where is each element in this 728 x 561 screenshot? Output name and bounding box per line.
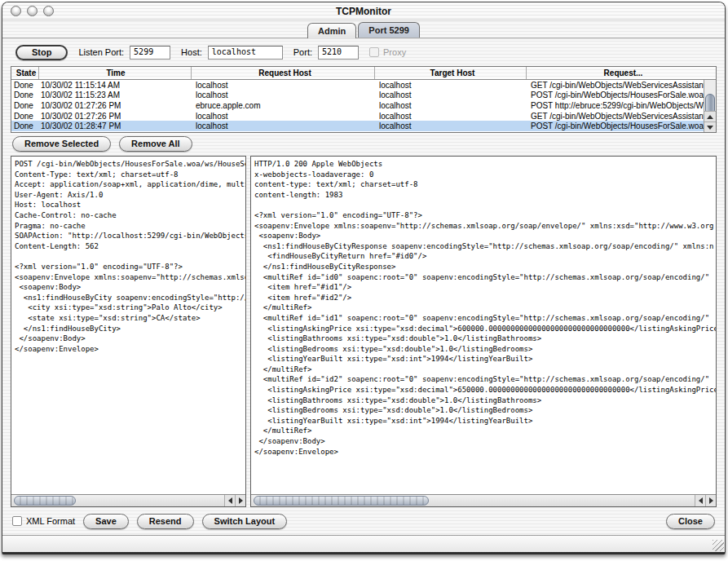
host-input[interactable]: localhost [208,46,283,60]
cell-request: GET /cgi-bin/WebObjects/WebServicesAssis… [527,112,704,121]
scroll-right-button[interactable] [235,495,245,506]
scroll-left-button[interactable] [224,495,235,506]
table-row[interactable]: Done 10/30/02 11:15:14 AM localhost loca… [11,80,704,91]
cell-time: 10/30/02 11:15:14 AM [39,81,192,90]
tcpmonitor-window: TCPMonitor Admin Port 5299 Stop Listen P… [2,2,726,554]
cell-state: Done [11,112,39,121]
scroll-left-button[interactable] [695,495,705,506]
cell-target-host: localhost [375,81,527,90]
host-label: Host: [181,47,202,57]
request-content: POST /cgi-bin/WebObjects/HousesForSale.w… [15,159,244,354]
stop-button[interactable]: Stop [15,45,68,60]
arrow-up-icon [707,115,713,119]
cell-time: 10/30/02 01:28:47 PM [39,121,192,130]
remove-all-button[interactable]: Remove All [119,136,192,152]
table-row[interactable]: Done 10/30/02 11:15:23 AM localhost loca… [11,91,704,101]
arrow-down-icon [707,126,713,130]
tab-bar: Admin Port 5299 [2,20,725,39]
cell-request-host: localhost [192,91,375,99]
remove-selected-button[interactable]: Remove Selected [12,136,111,152]
remove-buttons-row: Remove Selected Remove All [2,133,725,155]
connection-toolbar: Stop Listen Port: 5299 Host: localhost P… [2,39,725,65]
response-horizontal-scrollbar[interactable] [251,494,716,506]
listen-port-input[interactable]: 5299 [130,46,170,60]
port-input[interactable]: 5210 [318,46,359,60]
table-row[interactable]: Done 10/30/02 01:27:26 PM ebruce.apple.c… [11,100,704,111]
table-row-selected[interactable]: Done 10/30/02 01:28:47 PM localhost loca… [11,121,704,131]
table-header: State Time Request Host Target Host Requ… [11,67,716,80]
arrow-right-icon [709,497,713,504]
resend-button[interactable]: Resend [137,514,194,529]
column-header-state[interactable]: State [11,67,39,79]
cell-time: 10/30/02 11:15:23 AM [39,91,192,99]
cell-request-host: localhost [192,81,375,90]
proxy-label: Proxy [383,47,406,57]
proxy-checkbox[interactable] [369,47,379,57]
tab-port-5299[interactable]: Port 5299 [358,22,420,38]
title-bar[interactable]: TCPMonitor [2,2,725,20]
cell-request-host: ebruce.apple.com [192,101,375,110]
column-header-target-host[interactable]: Target Host [375,67,527,79]
cell-target-host: localhost [375,91,527,99]
switch-layout-button[interactable]: Switch Layout [202,514,288,529]
cell-state: Done [11,81,39,90]
column-header-request[interactable]: Request... [527,67,716,79]
port-label: Port: [293,47,312,57]
arrow-right-icon [239,497,243,504]
table-rows: Done 10/30/02 11:15:14 AM localhost loca… [11,80,704,132]
cell-request: POST http://ebruce:5299/cgi-bin/WebObjec… [527,101,704,110]
cell-request: POST /cgi-bin/WebObjects/HousesForSale.w… [527,121,704,130]
close-button[interactable]: Close [666,514,715,529]
bottom-toolbar: XML Format Save Resend Switch Layout Clo… [2,507,725,535]
xml-format-label: XML Format [26,516,75,526]
cell-target-host: localhost [375,101,527,110]
scroll-right-button[interactable] [705,495,716,506]
status-strip [2,535,725,552]
cell-state: Done [11,121,39,130]
column-header-request-host[interactable]: Request Host [192,67,375,79]
cell-time: 10/30/02 01:27:26 PM [39,101,192,110]
listen-port-label: Listen Port: [78,47,124,57]
cell-request-host: localhost [192,112,375,121]
cell-request: POST /cgi-bin/WebObjects/HousesForSale.w… [527,91,704,99]
save-button[interactable]: Save [83,514,129,529]
resize-grip[interactable] [713,540,724,551]
response-text[interactable]: HTTP/1.0 200 Apple WebObjects x-webobjec… [251,157,716,494]
cell-request-host: localhost [192,121,375,130]
response-content: HTTP/1.0 200 Apple WebObjects x-webobjec… [254,159,714,457]
cell-target-host: localhost [375,112,527,121]
request-horizontal-scrollbar[interactable] [11,494,245,506]
scroll-up-button[interactable] [704,111,716,121]
request-text[interactable]: POST /cgi-bin/WebObjects/HousesForSale.w… [11,157,245,494]
cell-request: GET /cgi-bin/WebObjects/WebServicesAssis… [527,81,704,90]
scrollbar-thumb[interactable] [254,496,429,506]
cell-time: 10/30/02 01:27:26 PM [39,112,192,121]
request-pane: POST /cgi-bin/WebObjects/HousesForSale.w… [11,156,246,507]
scrollbar-thumb[interactable] [14,496,76,506]
tab-admin[interactable]: Admin [307,23,356,38]
table-vertical-scrollbar[interactable] [704,80,716,132]
scroll-down-button[interactable] [704,121,716,132]
cell-state: Done [11,101,39,110]
cell-state: Done [11,91,39,99]
cell-target-host: localhost [375,121,527,130]
arrow-left-icon [699,497,703,504]
request-table: State Time Request Host Target Host Requ… [11,66,717,133]
column-header-time[interactable]: Time [39,67,192,79]
window-title: TCPMonitor [2,6,725,17]
table-row[interactable]: Done 10/30/02 01:27:26 PM localhost loca… [11,111,704,121]
response-pane: HTTP/1.0 200 Apple WebObjects x-webobjec… [250,156,717,507]
arrow-left-icon [228,497,232,504]
message-panes: POST /cgi-bin/WebObjects/HousesForSale.w… [11,156,717,507]
xml-format-checkbox[interactable] [12,516,22,526]
